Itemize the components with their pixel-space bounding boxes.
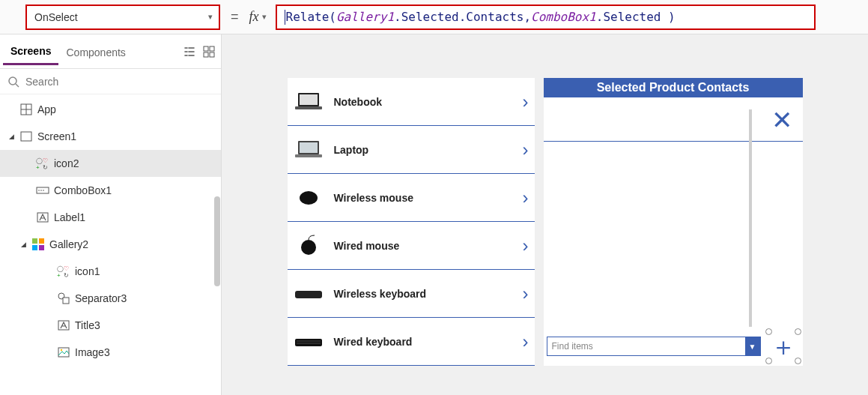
tree-item-label1[interactable]: Label1 — [0, 204, 221, 231]
chevron-right-icon[interactable]: › — [523, 283, 529, 304]
formula-token-object: Gallery1 — [336, 10, 394, 24]
svg-line-5 — [16, 84, 19, 87]
formula-input[interactable]: Relate ( Gallery1 .Selected.Contacts , C… — [276, 4, 816, 30]
tree-item-combobox1[interactable]: ComboBox1 — [0, 177, 221, 204]
svg-rect-1 — [210, 46, 214, 51]
contacts-body — [544, 142, 803, 327]
svg-text:◯: ◯ — [57, 265, 64, 272]
close-icon[interactable]: ✕ — [771, 105, 792, 135]
svg-point-39 — [301, 240, 316, 255]
chevron-right-icon[interactable]: › — [523, 331, 529, 352]
svg-point-31 — [61, 349, 62, 351]
tree-item-gallery2[interactable]: ◢ Gallery2 — [0, 231, 221, 258]
product-thumb-wireless-mouse — [291, 183, 327, 213]
selection-handle[interactable] — [795, 328, 801, 335]
list-view-icon[interactable] — [183, 46, 195, 58]
app-icon — [19, 103, 33, 116]
svg-rect-20 — [39, 238, 44, 244]
svg-text:+: + — [36, 164, 40, 170]
svg-text:+: + — [57, 272, 61, 278]
formula-bar: OnSelect ▾ = fx ▾ Relate ( Gallery1 .Sel… — [0, 0, 868, 34]
product-name: Wireless keyboard — [334, 288, 515, 300]
plus-icon: ＋ — [771, 334, 796, 359]
svg-text:♡: ♡ — [43, 157, 48, 164]
svg-rect-9 — [21, 132, 31, 141]
selection-handle[interactable] — [795, 358, 801, 364]
svg-point-16 — [40, 190, 42, 191]
gallery-item[interactable]: Wireless mouse › — [288, 174, 535, 222]
refresh-heart-icon: ◯♡+↻ — [57, 265, 70, 278]
chevron-right-icon[interactable]: › — [523, 139, 529, 160]
gallery-item[interactable]: Notebook › — [288, 78, 535, 126]
tab-components[interactable]: Components — [58, 39, 133, 64]
property-label: OnSelect — [34, 11, 78, 23]
equals-sign: = — [231, 9, 239, 25]
product-name: Wired mouse — [334, 240, 515, 252]
formula-token-prop: .Selected.Contacts — [394, 10, 523, 24]
scrollbar-thumb[interactable] — [214, 196, 220, 286]
tree-item-screen1[interactable]: ◢ Screen1 — [0, 123, 221, 150]
tree-view[interactable]: App ◢ Screen1 ◯♡+↻ icon2 ComboB — [0, 94, 221, 395]
gallery-scrollbar[interactable] — [749, 109, 752, 327]
tree-label: Image3 — [75, 346, 110, 358]
tree-label: icon2 — [54, 157, 79, 169]
chevron-down-icon[interactable]: ▼ — [745, 337, 760, 355]
search-input[interactable] — [25, 76, 213, 88]
label-icon — [36, 211, 49, 224]
tree-item-image3[interactable]: Image3 — [0, 339, 221, 366]
formula-token-object: ComboBox1 — [531, 10, 596, 24]
tree-item-separator3[interactable]: Separator3 — [0, 285, 221, 312]
product-thumb-laptop — [291, 135, 327, 165]
product-name: Laptop — [334, 144, 515, 156]
product-thumb-wireless-keyboard — [291, 279, 327, 309]
tree-label: Label1 — [54, 211, 85, 223]
tree-label: Separator3 — [75, 292, 127, 304]
find-items-combobox[interactable]: Find items ▼ — [547, 337, 761, 356]
tree-twisty-expanded[interactable]: ◢ — [19, 241, 27, 248]
combobox-icon — [36, 184, 49, 197]
tree-item-icon1[interactable]: ◯♡+↻ icon1 — [0, 258, 221, 285]
formula-token-function: Relate — [286, 10, 330, 24]
tree-tabs: Screens Components — [0, 34, 221, 69]
selection-handle[interactable] — [765, 358, 772, 364]
gallery-item[interactable]: Wireless keyboard › — [288, 270, 535, 318]
svg-rect-34 — [295, 106, 322, 109]
gallery-item[interactable]: Wired mouse › — [288, 222, 535, 270]
svg-text:↻: ↻ — [64, 272, 69, 278]
property-dropdown[interactable]: OnSelect ▾ — [25, 4, 220, 30]
canvas[interactable]: Notebook › Laptop › Wireless mouse › Wir… — [222, 34, 868, 395]
tree-twisty-expanded[interactable]: ◢ — [7, 133, 15, 140]
svg-rect-21 — [32, 245, 37, 250]
tree-item-app[interactable]: App — [0, 96, 221, 123]
add-icon-selected[interactable]: ＋ — [767, 330, 800, 363]
formula-token-paren: ( — [329, 10, 336, 24]
chevron-down-icon[interactable]: ▾ — [262, 12, 267, 22]
chevron-right-icon[interactable]: › — [523, 187, 529, 208]
tree-view-panel: Screens Components — [0, 34, 222, 395]
svg-rect-19 — [32, 238, 37, 244]
selection-handle[interactable] — [765, 328, 772, 335]
svg-point-38 — [300, 191, 318, 205]
tab-screens[interactable]: Screens — [3, 37, 58, 65]
product-name: Wired keyboard — [334, 336, 515, 348]
gallery-item[interactable]: Wired keyboard › — [288, 318, 535, 366]
contacts-panel: Selected Product Contacts ✕ Find items ▼… — [544, 78, 803, 366]
gallery-item[interactable]: Laptop › — [288, 126, 535, 174]
product-gallery[interactable]: Notebook › Laptop › Wireless mouse › Wir… — [288, 78, 535, 366]
product-thumb-wired-keyboard — [291, 327, 327, 357]
tree-item-icon2[interactable]: ◯♡+↻ icon2 — [0, 150, 221, 177]
svg-rect-36 — [300, 142, 318, 153]
product-name: Notebook — [334, 96, 515, 108]
tree-label: Screen1 — [37, 130, 76, 142]
svg-point-15 — [38, 190, 40, 191]
grid-view-icon[interactable] — [203, 46, 215, 58]
chevron-right-icon[interactable]: › — [523, 91, 529, 112]
svg-rect-41 — [295, 339, 322, 346]
fx-label[interactable]: fx — [249, 9, 259, 25]
tree-item-title3[interactable]: Title3 — [0, 312, 221, 339]
search-icon — [7, 76, 19, 88]
app-frame: Notebook › Laptop › Wireless mouse › Wir… — [288, 78, 803, 366]
contacts-header: Selected Product Contacts — [544, 78, 803, 97]
chevron-right-icon[interactable]: › — [523, 235, 529, 256]
svg-point-17 — [43, 190, 44, 191]
